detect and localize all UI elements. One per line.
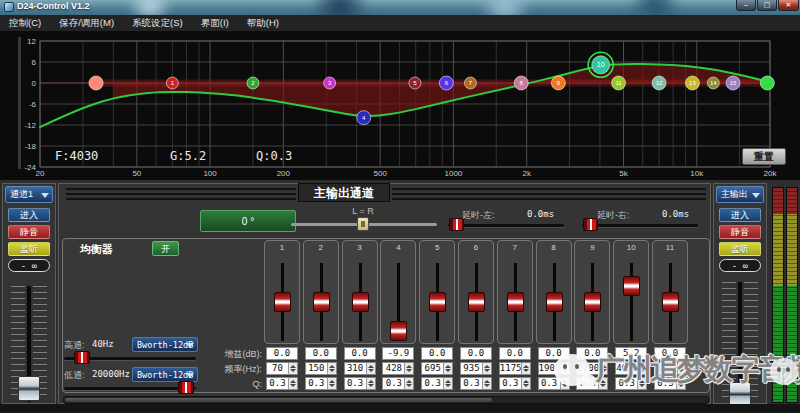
title-bar[interactable]: D24-Control V1.2	[0, 0, 800, 15]
band-fader-handle[interactable]	[662, 292, 679, 312]
highpass-handle[interactable]	[74, 351, 90, 364]
left-enter-button[interactable]: 进入	[8, 208, 50, 222]
pan-handle[interactable]	[357, 217, 369, 231]
band-fader-handle[interactable]	[546, 292, 563, 312]
menu-item-0[interactable]: 控制(C)	[0, 16, 50, 31]
delay-left-track[interactable]	[448, 224, 564, 227]
menu-item-3[interactable]: 界面(I)	[192, 16, 238, 31]
maximize-button[interactable]: ▢	[757, 0, 777, 11]
menu-item-4[interactable]: 帮助(H)	[238, 16, 288, 31]
equalizer-on-button[interactable]: 开	[152, 241, 179, 256]
band-fader-handle[interactable]	[507, 292, 524, 312]
spinner-icon[interactable]	[521, 378, 530, 389]
band-6-gain-field[interactable]: 0.0	[460, 347, 492, 360]
left-fader-handle[interactable]	[18, 376, 40, 401]
right-solo-button[interactable]: 监听	[719, 242, 761, 256]
band-6-q-field[interactable]: 0.3	[460, 377, 492, 390]
band-7-q-field[interactable]: 0.3	[499, 377, 531, 390]
band-9-q-field[interactable]: 0.3	[576, 377, 608, 390]
band-3-gain-field[interactable]: 0.0	[344, 347, 376, 360]
band-8-q-field[interactable]: 0.3	[538, 377, 570, 390]
spinner-icon[interactable]	[482, 363, 491, 374]
right-channel-select[interactable]: 主输出	[716, 186, 764, 203]
band-fader-handle[interactable]	[390, 321, 407, 341]
lowpass-handle[interactable]	[178, 381, 194, 394]
spinner-icon[interactable]	[677, 363, 685, 374]
spinner-icon[interactable]	[599, 363, 607, 374]
band-scrollbar-thumb[interactable]	[65, 398, 492, 402]
band-10-freq-field[interactable]: 4030	[615, 362, 647, 375]
spinner-icon[interactable]	[482, 378, 491, 389]
spinner-icon[interactable]	[637, 378, 646, 389]
band-fader-handle[interactable]	[584, 292, 601, 312]
band-fader-handle[interactable]	[274, 292, 291, 312]
band-8-freq-field[interactable]: 1900	[538, 362, 570, 375]
spinner-icon[interactable]	[404, 363, 413, 374]
band-2-q-field[interactable]: 0.3	[305, 377, 337, 390]
delay-right-track[interactable]	[582, 224, 698, 227]
band-4-q-field[interactable]: 0.3	[382, 377, 414, 390]
spinner-icon[interactable]	[560, 363, 568, 374]
band-5-q-field[interactable]: 0.3	[421, 377, 453, 390]
spinner-icon[interactable]	[443, 363, 452, 374]
band-fader-handle[interactable]	[623, 276, 640, 296]
band-1-freq-field[interactable]: 70	[266, 362, 298, 375]
band-10-gain-field[interactable]: 5.2	[615, 347, 647, 360]
band-4-gain-field[interactable]: -9.9	[382, 347, 414, 360]
spinner-icon[interactable]	[676, 378, 685, 389]
band-fader-track[interactable]	[630, 263, 633, 341]
left-mute-button[interactable]: 静音	[8, 225, 50, 239]
band-1-q-field[interactable]: 0.3	[266, 377, 298, 390]
spinner-icon[interactable]	[327, 363, 336, 374]
band-7-gain-field[interactable]: 0.0	[499, 347, 531, 360]
phase-button[interactable]: 0 °	[200, 210, 296, 232]
minimize-button[interactable]: –	[736, 0, 756, 11]
lowpass-filter-select[interactable]: Bworth-12dB	[132, 367, 198, 382]
eq-point-16[interactable]	[760, 76, 774, 90]
menu-item-1[interactable]: 保存/调用(M)	[50, 16, 123, 31]
right-mute-button[interactable]: 静音	[719, 225, 761, 239]
left-solo-button[interactable]: 监听	[8, 242, 50, 256]
reset-button[interactable]: 重置	[742, 148, 786, 165]
menu-item-2[interactable]: 系统设定(S)	[123, 16, 192, 31]
band-11-freq-field[interactable]: 4770	[654, 362, 686, 375]
band-11-q-field[interactable]: 0.3	[654, 377, 686, 390]
delay-right-handle[interactable]	[583, 218, 598, 231]
band-9-freq-field[interactable]: 2700	[576, 362, 608, 375]
delay-left-handle[interactable]	[449, 218, 464, 231]
spinner-icon[interactable]	[366, 363, 375, 374]
spinner-icon[interactable]	[404, 378, 413, 389]
band-1-gain-field[interactable]: 0.0	[266, 347, 298, 360]
band-scrollbar[interactable]	[63, 396, 709, 404]
spinner-icon[interactable]	[638, 363, 646, 374]
spinner-icon[interactable]	[327, 378, 336, 389]
eq-graph-panel[interactable]: 1234567891011121314151260-6-12-18-242050…	[0, 31, 800, 180]
band-7-freq-field[interactable]: 1175	[499, 362, 531, 375]
right-enter-button[interactable]: 进入	[719, 208, 761, 222]
spinner-icon[interactable]	[366, 378, 375, 389]
spinner-icon[interactable]	[288, 378, 297, 389]
band-fader-handle[interactable]	[313, 292, 330, 312]
band-5-freq-field[interactable]: 695	[421, 362, 453, 375]
highpass-filter-select[interactable]: Bworth-12dB	[132, 337, 198, 352]
band-fader-handle[interactable]	[429, 292, 446, 312]
eq-point-0[interactable]	[89, 76, 103, 90]
spinner-icon[interactable]	[288, 363, 297, 374]
spinner-icon[interactable]	[521, 363, 529, 374]
band-fader-handle[interactable]	[352, 292, 369, 312]
spinner-icon[interactable]	[560, 378, 569, 389]
band-6-freq-field[interactable]: 935	[460, 362, 492, 375]
right-fader-handle[interactable]	[729, 382, 751, 406]
band-8-gain-field[interactable]: 0.0	[538, 347, 570, 360]
band-4-freq-field[interactable]: 428	[382, 362, 414, 375]
band-3-q-field[interactable]: 0.3	[344, 377, 376, 390]
spinner-icon[interactable]	[443, 378, 452, 389]
close-button[interactable]: ✕	[778, 0, 799, 11]
left-channel-select[interactable]: 通道1	[5, 186, 53, 203]
band-11-gain-field[interactable]: 0.0	[654, 347, 686, 360]
band-9-gain-field[interactable]: 0.0	[576, 347, 608, 360]
band-5-gain-field[interactable]: 0.0	[421, 347, 453, 360]
band-fader-handle[interactable]	[468, 292, 485, 312]
band-2-freq-field[interactable]: 150	[305, 362, 337, 375]
band-10-q-field[interactable]: 0.3	[615, 377, 647, 390]
